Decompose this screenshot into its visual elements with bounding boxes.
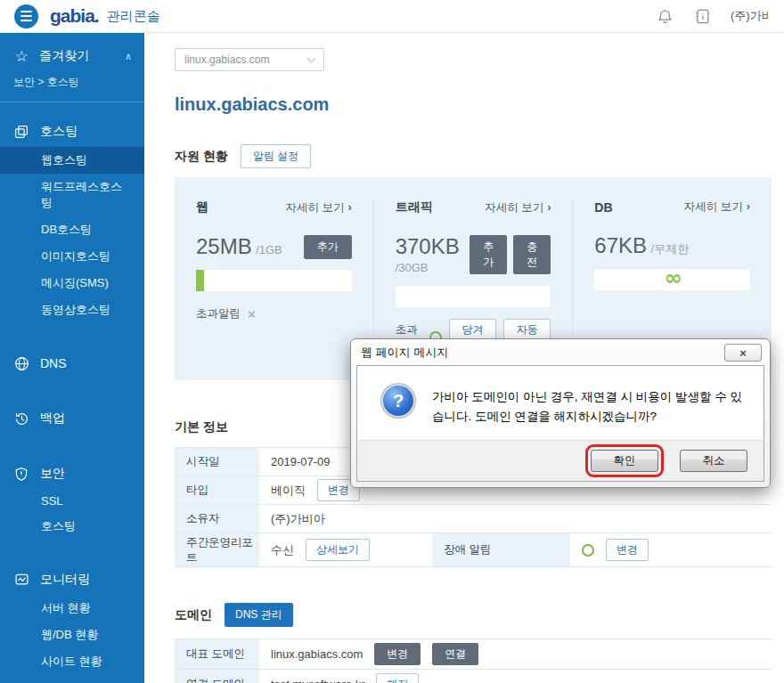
alert-off-icon[interactable]: × [248, 307, 256, 321]
alert-settings-button[interactable]: 알림 설정 [241, 144, 311, 168]
sidebar-item-ssl[interactable]: SSL [0, 489, 144, 513]
primary-domain-change-button[interactable]: 변경 [374, 643, 421, 665]
infinity-icon: ∞ [594, 265, 750, 290]
chevron-right-icon: › [547, 201, 551, 214]
gabia-logo: gabia. [50, 5, 99, 27]
row-label: 연결 도메인 [175, 670, 259, 683]
sidebar-item-dns[interactable]: DNS [0, 346, 144, 378]
fault-alert-on-icon[interactable] [582, 544, 594, 557]
sidebar: ☆ 즐겨찾기 ∧ 보안 > 호스팅 호스팅 웹호스팅 워드프레스호스팅 DB호스… [0, 33, 144, 683]
web-add-button[interactable]: 추가 [304, 235, 352, 259]
table-row: 연결 도메인 test.mysoftware.kr 해지 [175, 670, 772, 683]
report-detail-button[interactable]: 상세보기 [306, 539, 370, 561]
basic-info-title: 기본 정보 [175, 419, 228, 435]
dns-manage-button[interactable]: DNS 관리 [225, 603, 293, 627]
close-icon[interactable]: × [724, 344, 762, 362]
report-value: 수신 [271, 542, 294, 558]
sidebar-item-webhosting[interactable]: 웹호스팅 [0, 147, 144, 174]
row-label: 주간운영리포트 [175, 533, 259, 566]
sidebar-item-label: DNS [40, 356, 67, 370]
domains-title: 도메인 [175, 607, 212, 623]
card-web-more-link[interactable]: 자세히 보기› [286, 200, 352, 215]
webpage-message-dialog: 웹 페이지 메시지 × ? 가비아 도메인이 아닌 경우, 재연결 시 비용이 … [350, 338, 771, 488]
sidebar-item-security-hosting[interactable]: 호스팅 [0, 513, 144, 540]
favorites-path[interactable]: 보안 > 호스팅 [0, 72, 144, 102]
shield-icon [13, 466, 29, 482]
sidebar-item-backup[interactable]: 백업 [0, 402, 144, 434]
web-usage-bar [196, 270, 352, 291]
star-icon: ☆ [13, 48, 29, 64]
card-traffic-more-link[interactable]: 자세히 보기› [485, 200, 551, 215]
dialog-titlebar[interactable]: 웹 페이지 메시지 [351, 339, 770, 365]
card-traffic: 트래픽 자세히 보기› 370KB /30GB 추가 충전 초과알림 당겨쓰기 … [373, 199, 573, 356]
table-row: 대표 도메인 linux.gabiacs.com 변경 연결 [175, 639, 772, 670]
db-usage-bar: ∞ [594, 269, 750, 290]
menu-icon[interactable] [14, 4, 38, 28]
sidebar-item-label: 백업 [40, 411, 65, 427]
dialog-message: 가비아 도메인이 아닌 경우, 재연결 시 비용이 발생할 수 있습니다. 도메… [432, 386, 744, 427]
bell-icon[interactable] [656, 7, 674, 25]
card-web-title: 웹 [196, 199, 208, 215]
start-date-value: 2019-07-09 [271, 455, 331, 468]
sidebar-group-monitoring[interactable]: 모니터링 [0, 563, 144, 595]
chevron-up-icon[interactable]: ∧ [125, 51, 132, 62]
traffic-usage-bar [396, 286, 551, 307]
web-used: 25MB [196, 234, 252, 258]
dialog-footer: 확인 취소 [357, 440, 764, 481]
card-db: DB 자세히 보기› 67KB /무제한 ∞ [572, 199, 772, 356]
card-db-more-link[interactable]: 자세히 보기› [684, 199, 750, 215]
db-limit: /무제한 [651, 242, 690, 256]
card-db-title: DB [594, 200, 612, 215]
traffic-limit: /30GB [396, 261, 429, 274]
sidebar-group-label: 모니터링 [40, 572, 90, 588]
globe-icon [13, 355, 29, 371]
domain-select[interactable]: linux.gabiacs.com [175, 48, 324, 71]
account-name[interactable]: (주)가비아 [731, 8, 770, 24]
type-value: 베이직 [271, 483, 306, 499]
sidebar-item-webdb-status[interactable]: 웹/DB 현황 [0, 622, 144, 648]
owner-value: (주)가비아 [271, 511, 325, 527]
domain-select-value: linux.gabiacs.com [184, 53, 269, 66]
favorites-label: 즐겨찾기 [39, 48, 89, 64]
linked-domain-disconnect-button[interactable]: 해지 [376, 673, 419, 683]
sidebar-item-favorites[interactable]: ☆ 즐겨찾기 ∧ [0, 33, 144, 72]
card-traffic-title: 트래픽 [396, 199, 433, 215]
row-label: 타입 [175, 476, 259, 504]
domains-table: 대표 도메인 linux.gabiacs.com 변경 연결 연결 도메인 te… [175, 638, 772, 683]
hosting-icon [13, 124, 29, 140]
top-header: gabia. 관리콘솔 (주)가비아 [0, 0, 784, 33]
row-label: 대표 도메인 [175, 639, 259, 669]
chevron-down-icon [307, 54, 316, 63]
dialog-body: ? 가비아 도메인이 아닌 경우, 재연결 시 비용이 발생할 수 있습니다. … [356, 365, 764, 482]
console-title: 관리콘솔 [107, 8, 160, 25]
linked-domain-value: test.mysoftware.kr [271, 678, 364, 683]
sidebar-item-dbhosting[interactable]: DB호스팅 [0, 216, 144, 243]
sidebar-item-sms[interactable]: 메시징(SMS) [0, 270, 144, 297]
sidebar-item-site-status[interactable]: 사이트 현황 [0, 648, 144, 675]
sidebar-item-wordpress[interactable]: 워드프레스호스팅 [0, 174, 144, 216]
row-label: 시작일 [175, 448, 259, 476]
monitor-icon [13, 572, 29, 588]
primary-domain-connect-button[interactable]: 연결 [432, 643, 478, 665]
sidebar-item-imagehosting[interactable]: 이미지호스팅 [0, 243, 144, 270]
sidebar-item-server-status[interactable]: 서버 현황 [0, 595, 144, 622]
sidebar-item-videohosting[interactable]: 동영상호스팅 [0, 297, 144, 323]
db-used: 67KB [594, 233, 647, 257]
confirm-button[interactable]: 확인 [591, 450, 658, 472]
sidebar-group-security[interactable]: 보안 [0, 457, 144, 489]
notes-icon[interactable] [693, 7, 711, 25]
sidebar-group-hosting[interactable]: 호스팅 [0, 115, 144, 147]
primary-domain-value: linux.gabiacs.com [271, 647, 363, 661]
traffic-add-button[interactable]: 추가 [470, 235, 507, 274]
web-limit: /1GB [256, 243, 282, 256]
sidebar-item-traffic-status[interactable]: 트래픽 현황 [0, 675, 144, 683]
resources-title: 자원 현황 [175, 149, 228, 165]
card-web: 웹 자세히 보기› 25MB /1GB 추가 초과알림 × [175, 199, 373, 356]
web-alert-label: 초과알림 [196, 306, 241, 321]
question-icon: ? [383, 386, 413, 416]
fault-alert-change-button[interactable]: 변경 [606, 539, 649, 561]
cancel-button[interactable]: 취소 [680, 450, 747, 472]
traffic-charge-button[interactable]: 충전 [513, 235, 551, 274]
row-label: 소유자 [175, 505, 259, 533]
sidebar-group-label: 호스팅 [40, 124, 78, 140]
